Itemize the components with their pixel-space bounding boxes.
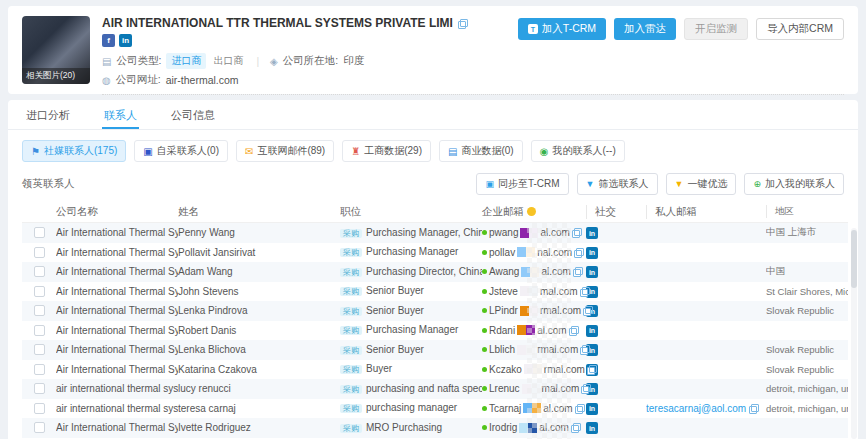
purchasing-tag: 采购: [340, 268, 362, 277]
purchasing-tag: 采购: [340, 385, 362, 394]
table-row: air international thermal systemslucy re…: [22, 379, 848, 399]
row-checkbox[interactable]: [34, 364, 45, 375]
region-cell: Slovak Republic: [766, 344, 848, 355]
row-checkbox[interactable]: [34, 344, 45, 355]
table-row: Air International Thermal SystemsJohn St…: [22, 282, 848, 302]
linkedin-profile-icon[interactable]: in: [586, 325, 598, 337]
email-prefix: LPindr: [489, 305, 518, 316]
subtab-commercial-data[interactable]: ▤商业数据(0): [439, 140, 523, 162]
copy-email-icon[interactable]: [569, 326, 578, 335]
job-title-text: Senior Buyer: [366, 344, 424, 355]
job-title-text: purchasing and nafta specialist: [366, 383, 482, 394]
copy-company-name-icon[interactable]: [458, 19, 467, 28]
header-text: 企业邮箱: [482, 205, 524, 219]
tab-company-info[interactable]: 公司信息: [169, 100, 217, 129]
add-tcrm-button[interactable]: T加入T-CRM: [518, 18, 606, 40]
linkedin-profile-icon[interactable]: in: [586, 247, 598, 259]
add-radar-button[interactable]: 加入雷达: [614, 18, 676, 40]
header-text: 社交: [595, 205, 616, 219]
tab-import-analysis[interactable]: 进口分析: [24, 100, 72, 129]
social-media-contacts-icon: ⚑: [31, 146, 40, 157]
row-checkbox[interactable]: [34, 266, 45, 277]
subtab-internet-emails[interactable]: ✉互联网邮件(89): [236, 140, 334, 162]
linkedin-profile-icon[interactable]: in: [586, 422, 598, 434]
copy-email-icon[interactable]: [573, 267, 582, 276]
sync-to-tcrm-button[interactable]: ▣同步至T-CRM: [476, 173, 568, 195]
linkedin-icon[interactable]: in: [119, 34, 132, 47]
linkedin-profile-icon[interactable]: in: [586, 266, 598, 278]
add-tcrm-label: 加入T-CRM: [542, 22, 596, 36]
copy-personal-email-icon[interactable]: [749, 404, 758, 413]
row-checkbox[interactable]: [34, 227, 45, 238]
location-icon: ◈: [270, 56, 278, 67]
subtab-my-contacts[interactable]: ◉我的联系人(--): [531, 140, 625, 162]
mask-block: [524, 364, 533, 374]
subtab-business-registry-data[interactable]: ♜工商数据(29): [342, 140, 431, 162]
row-checkbox[interactable]: [34, 305, 45, 316]
linkedin-profile-icon[interactable]: in: [586, 403, 598, 415]
divider: |: [256, 55, 259, 67]
row-checkbox[interactable]: [34, 403, 45, 414]
table-scrollbar-thumb[interactable]: [851, 230, 857, 288]
row-checkbox[interactable]: [34, 422, 45, 433]
copy-email-icon[interactable]: [574, 248, 583, 257]
related-images-label[interactable]: 相关图片(20): [22, 68, 90, 84]
email-prefix: pwang: [489, 227, 518, 238]
copy-email-icon[interactable]: [580, 345, 589, 354]
one-click-optimize-button[interactable]: ▼一键优选: [666, 173, 737, 195]
region-cell: St Clair Shores, Michigan, ...: [766, 286, 848, 297]
importer-tag[interactable]: 进口商: [166, 53, 206, 69]
sync-to-tcrm-icon: ▣: [485, 179, 494, 189]
column-header-公司名称: 公司名称: [56, 205, 178, 219]
table-row: Air International Thermal SystemsLenka P…: [22, 301, 848, 321]
subtab-self-collected-contacts[interactable]: ▣自采联系人(0): [134, 140, 228, 162]
company-photo: 相关图片(20): [22, 16, 90, 84]
email-suffix: mal.com: [540, 286, 578, 297]
company-name-cell: Air International Thermal Systems: [56, 325, 178, 336]
exporter-tag[interactable]: 出口商: [211, 53, 245, 69]
header-text: 职位: [340, 205, 361, 219]
website-icon: ◍: [102, 75, 111, 86]
add-tcrm-icon: T: [528, 24, 538, 34]
email-mask: [523, 403, 541, 413]
company-name-cell: air international thermal systems: [56, 383, 178, 394]
page-title: AIR INTERNATIONAL TTR THERMAL SYSTEMS PR…: [102, 16, 453, 30]
mask-block: [523, 403, 532, 413]
region-cell: detroit, michigan, united st...: [766, 383, 848, 394]
tab-contacts[interactable]: 联系人: [102, 100, 139, 129]
contact-name-cell: teresa carnaj: [178, 403, 340, 414]
copy-email-icon[interactable]: [580, 287, 589, 296]
copy-email-icon[interactable]: [575, 404, 584, 413]
row-checkbox[interactable]: [34, 247, 45, 258]
mask-block: [532, 403, 541, 413]
company-email-cell: pollavnal.com: [482, 247, 582, 258]
company-website-value[interactable]: air-thermal.com: [166, 74, 239, 86]
copy-email-icon[interactable]: [587, 365, 596, 374]
email-prefix: Lrenuc: [489, 383, 520, 394]
row-checkbox[interactable]: [34, 286, 45, 297]
linkedin-profile-icon[interactable]: in: [586, 227, 598, 239]
linkedin-contacts-section-title: 领英联系人: [22, 177, 75, 191]
copy-email-icon[interactable]: [571, 423, 580, 432]
personal-email-cell: teresacarnaj@aol.com: [646, 403, 766, 414]
row-checkbox[interactable]: [34, 325, 45, 336]
subtab-label: 我的联系人(--): [552, 144, 615, 158]
copy-email-icon[interactable]: [572, 228, 581, 237]
subtab-social-media-contacts[interactable]: ⚑社媒联系人(175): [22, 140, 126, 162]
table-row: Air International Thermal SystemsLenka B…: [22, 340, 848, 360]
column-header-企业邮箱: 企业邮箱: [482, 205, 582, 219]
row-checkbox-cell: [22, 305, 56, 316]
social-cell: in: [582, 383, 646, 396]
mask-block: [529, 228, 538, 238]
start-monitor-button[interactable]: 开启监测: [684, 18, 748, 40]
personal-email-text[interactable]: teresacarnaj@aol.com: [646, 403, 746, 414]
job-title-cell: 采购Purchasing Manager: [340, 246, 482, 258]
copy-email-icon[interactable]: [583, 306, 592, 315]
facebook-icon[interactable]: f: [102, 34, 115, 47]
table-header-row: 公司名称姓名职位企业邮箱社交私人邮箱地区: [22, 201, 848, 223]
import-internal-crm-button[interactable]: 导入内部CRM: [756, 18, 844, 40]
copy-email-icon[interactable]: [581, 384, 590, 393]
row-checkbox[interactable]: [34, 383, 45, 394]
add-to-my-contacts-button[interactable]: ⊕加入我的联系人: [744, 173, 844, 195]
filter-contacts-button[interactable]: ▼筛选联系人: [577, 173, 658, 195]
